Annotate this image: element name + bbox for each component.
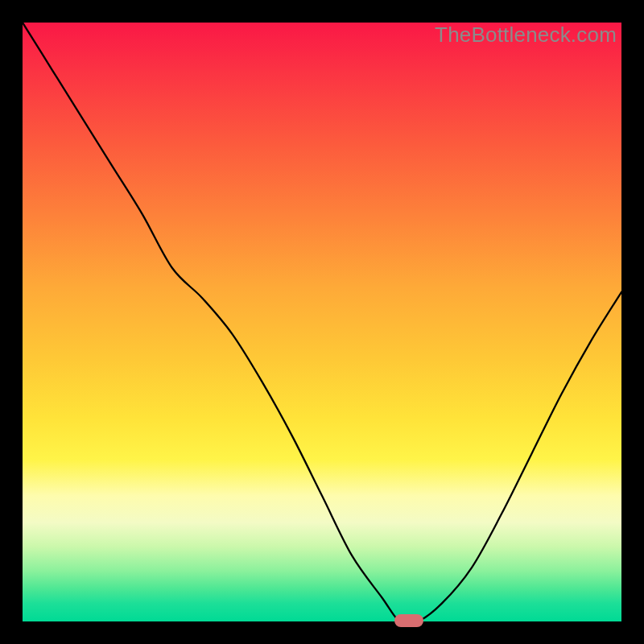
plot-area [23, 23, 621, 621]
curve-path [23, 23, 621, 621]
watermark-text: TheBottleneck.com [435, 23, 617, 47]
chart-frame: TheBottleneck.com [0, 0, 644, 644]
bottleneck-curve [23, 23, 621, 621]
optimal-marker [394, 614, 423, 627]
